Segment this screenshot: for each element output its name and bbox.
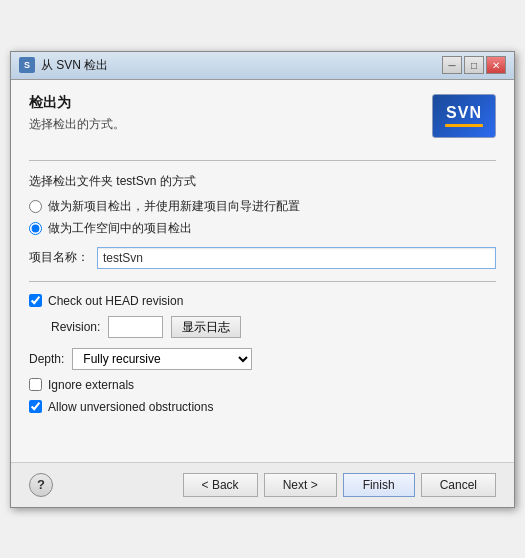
svn-logo-text: SVN <box>446 104 482 122</box>
page-subtitle: 选择检出的方式。 <box>29 116 496 133</box>
revision-row: Revision: 显示日志 <box>51 316 496 338</box>
close-button[interactable]: ✕ <box>486 56 506 74</box>
radio-new-label: 做为新项目检出，并使用新建项目向导进行配置 <box>48 198 300 215</box>
radio-workspace-label: 做为工作空间中的项目检出 <box>48 220 192 237</box>
radio-workspace[interactable]: 做为工作空间中的项目检出 <box>29 220 496 237</box>
options-divider <box>29 281 496 282</box>
radio-workspace-input[interactable] <box>29 222 42 235</box>
allow-unversioned-checkbox[interactable] <box>29 400 42 413</box>
ignore-externals-row[interactable]: Ignore externals <box>29 378 496 392</box>
window-icon: S <box>19 57 35 73</box>
window-title: 从 SVN 检出 <box>41 57 108 74</box>
project-name-row: 项目名称： <box>29 247 496 269</box>
nav-buttons: < Back Next > Finish Cancel <box>183 473 496 497</box>
title-bar: S 从 SVN 检出 ─ □ ✕ <box>11 52 514 80</box>
revision-label: Revision: <box>51 320 100 334</box>
folder-section-label: 选择检出文件夹 testSvn 的方式 <box>29 173 496 190</box>
header-area: 检出为 选择检出的方式。 SVN 选择检出文件夹 testSvn 的方式 做为新… <box>11 80 514 414</box>
ignore-externals-label: Ignore externals <box>48 378 134 392</box>
radio-new-input[interactable] <box>29 200 42 213</box>
checkout-head-checkbox[interactable] <box>29 294 42 307</box>
help-button[interactable]: ? <box>29 473 53 497</box>
title-bar-left: S 从 SVN 检出 <box>19 57 108 74</box>
ignore-externals-checkbox[interactable] <box>29 378 42 391</box>
allow-unversioned-row[interactable]: Allow unversioned obstructions <box>29 400 496 414</box>
show-log-button[interactable]: 显示日志 <box>171 316 241 338</box>
revision-input[interactable] <box>108 316 163 338</box>
allow-unversioned-label: Allow unversioned obstructions <box>48 400 213 414</box>
title-controls: ─ □ ✕ <box>442 56 506 74</box>
bottom-bar: ? < Back Next > Finish Cancel <box>11 462 514 507</box>
header-divider <box>29 160 496 161</box>
svn-logo: SVN <box>432 94 496 138</box>
checkout-head-label: Check out HEAD revision <box>48 294 183 308</box>
depth-row: Depth: Fully recursive Immediate childre… <box>29 348 496 370</box>
radio-group: 做为新项目检出，并使用新建项目向导进行配置 做为工作空间中的项目检出 <box>29 198 496 237</box>
finish-button[interactable]: Finish <box>343 473 415 497</box>
cancel-button[interactable]: Cancel <box>421 473 496 497</box>
header-section: 检出为 选择检出的方式。 SVN <box>29 94 496 144</box>
radio-new-project[interactable]: 做为新项目检出，并使用新建项目向导进行配置 <box>29 198 496 215</box>
next-button[interactable]: Next > <box>264 473 337 497</box>
project-name-label: 项目名称： <box>29 249 89 266</box>
depth-label: Depth: <box>29 352 64 366</box>
project-name-input[interactable] <box>97 247 496 269</box>
depth-select[interactable]: Fully recursive Immediate children Only … <box>72 348 252 370</box>
minimize-button[interactable]: ─ <box>442 56 462 74</box>
main-window: S 从 SVN 检出 ─ □ ✕ 检出为 选择检出的方式。 SVN 选择检出文件… <box>10 51 515 508</box>
svn-logo-bar <box>445 124 483 127</box>
page-title: 检出为 <box>29 94 496 112</box>
checkout-head-row[interactable]: Check out HEAD revision <box>29 294 496 308</box>
maximize-button[interactable]: □ <box>464 56 484 74</box>
back-button[interactable]: < Back <box>183 473 258 497</box>
